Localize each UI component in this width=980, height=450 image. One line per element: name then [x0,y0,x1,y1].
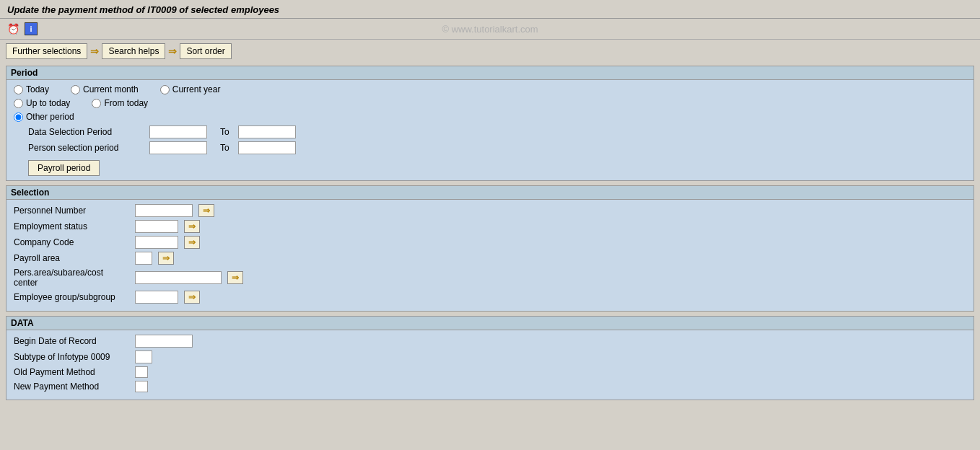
pers-area-label: Pers.area/subarea/cost center [14,268,129,288]
company-code-row: Company Code ⇒ [14,236,966,249]
button-bar: Further selections ⇒ Search helps ⇒ Sort… [0,40,980,63]
data-selection-period-label: Data Selection Period [28,127,144,137]
person-selection-period-from[interactable] [149,141,207,154]
radio-today[interactable] [14,85,23,94]
payroll-period-button[interactable]: Payroll period [28,160,100,176]
further-selections-label: Further selections [12,46,81,56]
pers-area-input[interactable] [135,271,222,284]
selection-section-content: Personnel Number ⇒ Employment status ⇒ C… [6,200,974,311]
employment-status-nav-btn[interactable]: ⇒ [184,220,200,233]
main-content: Period Today Current month Current year [0,63,980,407]
to-label-2: To [220,143,229,153]
personnel-number-row: Personnel Number ⇒ [14,204,966,217]
employee-group-input[interactable] [135,291,178,304]
pers-area-row: Pers.area/subarea/cost center ⇒ [14,268,966,288]
radio-current-year[interactable] [160,85,170,94]
personnel-number-label: Personnel Number [14,206,129,216]
sort-order-button[interactable]: Sort order [180,43,231,59]
company-code-input[interactable] [135,236,178,249]
payroll-area-nav-btn[interactable]: ⇒ [158,252,174,265]
payroll-period-row: Payroll period [28,157,966,176]
employment-status-row: Employment status ⇒ [14,220,966,233]
arrow-icon-2: ⇒ [168,45,177,57]
further-selections-button[interactable]: Further selections [6,43,87,59]
selection-section: Selection Personnel Number ⇒ Employment … [6,185,974,312]
watermark: © www.tutorialkart.com [442,24,538,35]
personnel-number-nav-btn[interactable]: ⇒ [198,204,214,217]
radio-from-today-label[interactable]: From today [92,98,148,108]
arrow-icon-1: ⇒ [90,45,99,57]
radio-up-to-today[interactable] [14,99,23,108]
radio-from-today-text: From today [104,98,148,108]
employment-status-input[interactable] [135,220,178,233]
old-payment-label: Old Payment Method [14,367,129,377]
period-row-1: Today Current month Current year [14,84,966,94]
employee-group-row: Employee group/subgroup ⇒ [14,291,966,304]
to-label-1: To [220,127,229,137]
employee-group-label: Employee group/subgroup [14,292,129,302]
radio-current-year-label[interactable]: Current year [160,84,221,94]
period-section-header: Period [6,66,974,80]
radio-current-month-label[interactable]: Current month [71,84,139,94]
begin-date-input[interactable] [135,335,193,348]
new-payment-row: New Payment Method [14,381,966,392]
radio-up-to-today-label[interactable]: Up to today [14,98,70,108]
page-title: Update the payment method of IT0009 of s… [7,4,973,15]
begin-date-row: Begin Date of Record [14,335,966,348]
search-helps-button[interactable]: Search helps [102,43,165,59]
person-selection-period-label: Person selection period [28,143,144,153]
data-selection-period-row: Data Selection Period To [14,125,966,138]
clock-icon[interactable]: ⏰ [6,22,20,36]
sort-order-label: Sort order [186,46,224,56]
old-payment-input[interactable] [135,366,148,378]
radio-today-label[interactable]: Today [14,84,49,94]
subtype-input[interactable] [135,350,152,363]
info-icon[interactable]: i [25,22,38,35]
radio-other-period-label[interactable]: Other period [14,112,74,122]
period-row-3: Other period [14,112,966,122]
person-selection-period-to[interactable] [238,141,296,154]
period-row-2: Up to today From today [14,98,966,108]
employment-status-label: Employment status [14,221,129,231]
payroll-area-input[interactable] [135,252,152,265]
radio-current-month[interactable] [71,85,80,94]
new-payment-input[interactable] [135,381,148,392]
data-selection-period-to[interactable] [238,125,296,138]
data-selection-period-from[interactable] [149,125,207,138]
pers-area-nav-btn[interactable]: ⇒ [227,271,243,284]
radio-from-today[interactable] [92,99,101,108]
employee-group-nav-btn[interactable]: ⇒ [184,291,200,304]
toolbar: ⏰ i © www.tutorialkart.com [0,19,980,40]
radio-today-text: Today [26,84,49,94]
title-bar: Update the payment method of IT0009 of s… [0,0,980,19]
period-section-content: Today Current month Current year Up to t… [6,80,974,180]
radio-other-period-text: Other period [26,112,74,122]
payroll-area-label: Payroll area [14,253,129,263]
radio-current-month-text: Current month [83,84,139,94]
personnel-number-input[interactable] [135,204,193,217]
new-payment-label: New Payment Method [14,381,129,392]
begin-date-label: Begin Date of Record [14,336,129,346]
subtype-row: Subtype of Infotype 0009 [14,350,966,363]
radio-other-period[interactable] [14,112,23,122]
data-section: DATA Begin Date of Record Subtype of Inf… [6,316,974,400]
search-helps-label: Search helps [108,46,159,56]
radio-up-to-today-text: Up to today [26,98,70,108]
radio-current-year-text: Current year [172,84,221,94]
period-section: Period Today Current month Current year [6,66,974,181]
data-section-header: DATA [6,317,974,330]
company-code-nav-btn[interactable]: ⇒ [184,236,200,249]
data-section-content: Begin Date of Record Subtype of Infotype… [6,330,974,400]
company-code-label: Company Code [14,237,129,247]
person-selection-period-row: Person selection period To [14,141,966,154]
old-payment-row: Old Payment Method [14,366,966,378]
payroll-area-row: Payroll area ⇒ [14,252,966,265]
subtype-label: Subtype of Infotype 0009 [14,352,129,362]
payroll-period-label: Payroll period [38,163,90,173]
selection-section-header: Selection [6,186,974,200]
